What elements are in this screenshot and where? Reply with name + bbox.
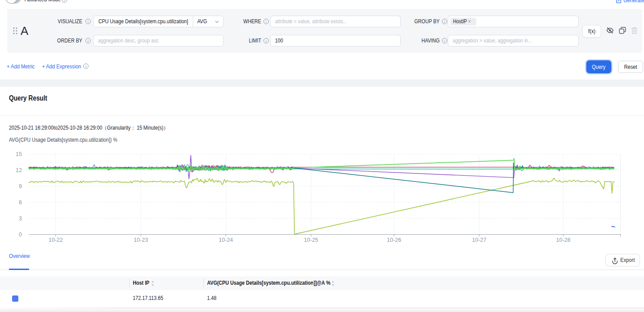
svg-text:10-26: 10-26 [387,237,401,243]
svg-text:0: 0 [19,232,22,238]
svg-text:10-25: 10-25 [304,237,318,243]
svg-text:10-28: 10-28 [556,237,571,243]
svg-text:10-22: 10-22 [49,237,63,243]
svg-text:10-27: 10-27 [472,237,487,243]
svg-text:10-24: 10-24 [219,237,233,243]
svg-text:10-23: 10-23 [134,237,148,243]
svg-text:15: 15 [16,151,22,157]
svg-text:9: 9 [19,183,22,190]
svg-text:12: 12 [16,167,22,173]
svg-text:6: 6 [19,199,22,206]
svg-text:3: 3 [19,215,22,222]
